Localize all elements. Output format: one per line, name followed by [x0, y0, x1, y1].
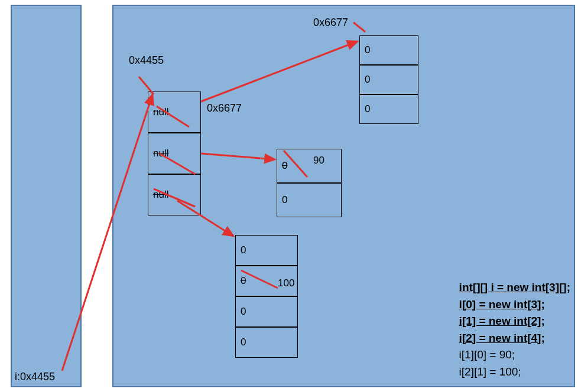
inner0-cell-0: 0: [359, 35, 418, 65]
outer-array-address-label: 0x4455: [129, 54, 164, 67]
code-line-2: i[0] = new int[3];: [459, 296, 570, 313]
code-snippet: int[][] i = new int[3][]; i[0] = new int…: [459, 279, 570, 380]
inner0-cell-2: 0: [359, 94, 418, 124]
outer-cell-0-new-value: 0x6677: [207, 102, 242, 115]
inner1-cell-0-new-value: 90: [313, 155, 324, 166]
inner1-cell-0: 0: [277, 149, 342, 183]
outer-cell-1-old: null: [153, 148, 168, 159]
outer-cell-1: null: [148, 133, 201, 174]
stack-memory-region: i:0x4455: [11, 5, 82, 387]
inner2-cell-0: 0: [235, 235, 298, 266]
inner2-cell-3: 0: [235, 327, 298, 358]
outer-cell-2-old: null: [153, 189, 168, 201]
code-line-4: i[2] = new int[4];: [459, 330, 570, 347]
code-line-6: i[2][1] = 100;: [459, 364, 570, 381]
inner2-cell-2: 0: [235, 296, 298, 327]
inner0-address-label: 0x6677: [313, 17, 348, 29]
stack-variable-label: i:0x4455: [15, 371, 55, 383]
inner-array-1: 0 0: [277, 149, 342, 217]
inner1-cell-1: 0: [277, 183, 342, 217]
outer-cell-0-old: null: [153, 106, 168, 118]
inner-array-2: 0 0 0 0: [235, 235, 298, 358]
code-line-1: int[][] i = new int[3][];: [459, 279, 570, 296]
outer-cell-2: null: [148, 174, 201, 215]
outer-array: null null null: [148, 92, 201, 215]
inner2-cell-1-new-value: 100: [278, 277, 294, 289]
inner1-cell-0-old: 0: [282, 160, 287, 172]
inner0-cell-1: 0: [359, 65, 418, 94]
inner2-cell-1-old: 0: [241, 275, 246, 287]
inner-array-0: 0 0 0: [359, 35, 418, 124]
code-line-3: i[1] = new int[2];: [459, 313, 570, 330]
code-line-5: i[1][0] = 90;: [459, 347, 570, 364]
outer-cell-0: null: [148, 92, 201, 133]
